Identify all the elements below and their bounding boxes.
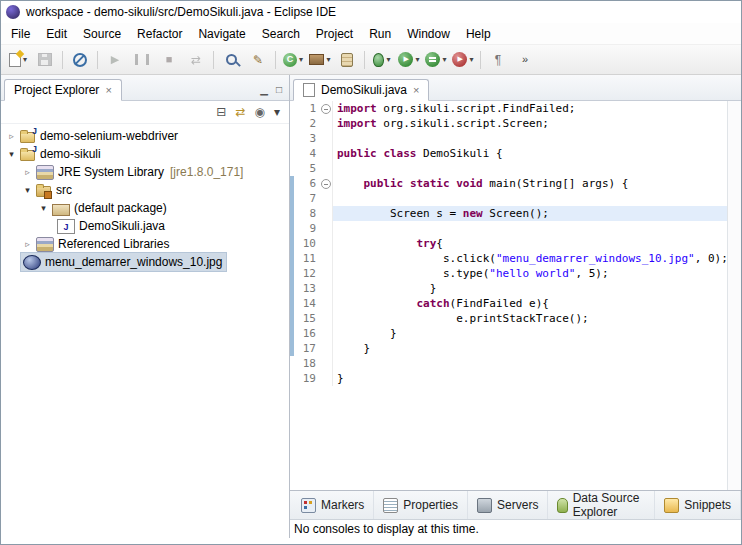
fold-gutter[interactable] [319, 371, 333, 386]
tree-item-src[interactable]: ▾src [1, 181, 289, 199]
close-icon[interactable]: × [413, 84, 419, 96]
editor-scrollbar[interactable] [727, 101, 741, 490]
profile-button[interactable]: ▾ [450, 49, 476, 71]
fold-gutter[interactable] [319, 296, 333, 311]
tree-item-demo-sikuli[interactable]: ▾demo-sikuli [1, 145, 289, 163]
menu-edit[interactable]: Edit [38, 25, 75, 43]
tab-demosikuli-java[interactable]: DemoSikuli.java × [293, 79, 429, 101]
line-number[interactable]: 3 [294, 131, 319, 146]
collapse-all-icon[interactable]: ⊟ [216, 105, 226, 119]
fold-gutter[interactable] [319, 281, 333, 296]
fold-gutter[interactable] [319, 191, 333, 206]
new-button[interactable]: ▾ [5, 49, 31, 71]
fold-gutter[interactable] [319, 356, 333, 371]
new-java-package-dropdown-icon[interactable]: ▾ [326, 55, 330, 64]
collapse-fold-icon[interactable] [321, 179, 331, 189]
fold-gutter[interactable] [319, 221, 333, 236]
skip-all-breakpoints-button[interactable] [67, 49, 93, 71]
menu-project[interactable]: Project [308, 25, 361, 43]
code-line-9[interactable]: 9 [290, 221, 727, 236]
code-line-16[interactable]: 16 } [290, 326, 727, 341]
fold-gutter[interactable] [319, 251, 333, 266]
fold-gutter[interactable] [319, 176, 333, 191]
line-number[interactable]: 18 [294, 356, 319, 371]
debug-dropdown-icon[interactable]: ▾ [386, 55, 390, 64]
debug-button[interactable]: ▾ [369, 49, 395, 71]
menu-help[interactable]: Help [458, 25, 499, 43]
save-button[interactable] [32, 49, 58, 71]
profile-dropdown-icon[interactable]: ▾ [469, 55, 473, 64]
menu-source[interactable]: Source [75, 25, 129, 43]
maximize-icon[interactable]: □ [276, 84, 282, 95]
run-button[interactable]: ▾ [396, 49, 422, 71]
code-line-3[interactable]: 3 [290, 131, 727, 146]
fold-gutter[interactable] [319, 266, 333, 281]
line-number[interactable]: 6 [294, 176, 319, 191]
suspend-button[interactable] [129, 49, 155, 71]
line-number[interactable]: 17 [294, 341, 319, 356]
fold-gutter[interactable] [319, 161, 333, 176]
tab-properties[interactable]: Properties [374, 491, 468, 519]
tree-item-demo-selenium-webdriver[interactable]: ▹demo-selenium-webdriver [1, 127, 289, 145]
tab-markers[interactable]: Markers [292, 491, 374, 519]
tree-item-menu-demarrer-windows-10-jpg[interactable]: menu_demarrer_windows_10.jpg [1, 253, 289, 271]
code-line-13[interactable]: 13 } [290, 281, 727, 296]
close-icon[interactable]: × [105, 84, 111, 96]
line-number[interactable]: 16 [294, 326, 319, 341]
menu-run[interactable]: Run [361, 25, 399, 43]
link-with-editor-icon[interactable]: ⇄ [235, 105, 245, 119]
line-number[interactable]: 4 [294, 146, 319, 161]
line-number[interactable]: 7 [294, 191, 319, 206]
tree-item-content[interactable]: menu_demarrer_windows_10.jpg [21, 253, 226, 271]
expand-twistie-icon[interactable]: ▹ [21, 239, 34, 249]
menu-navigate[interactable]: Navigate [190, 25, 253, 43]
tree-item-content[interactable]: (default package) [50, 200, 171, 217]
code-editor[interactable]: 1import org.sikuli.script.FindFailed;2im… [290, 101, 741, 490]
menu-window[interactable]: Window [399, 25, 458, 43]
terminate-button[interactable]: ■ [156, 49, 182, 71]
tree-item-content[interactable]: demo-sikuli [18, 146, 105, 163]
collapse-fold-icon[interactable] [321, 104, 331, 114]
code-line-8[interactable]: 8 Screen s = new Screen(); [290, 206, 727, 221]
run-dropdown-icon[interactable]: ▾ [415, 55, 419, 64]
line-number[interactable]: 5 [294, 161, 319, 176]
new-dropdown-icon[interactable]: ▾ [23, 55, 27, 64]
collapse-twistie-icon[interactable]: ▾ [37, 203, 50, 213]
open-type-button[interactable] [334, 49, 360, 71]
line-number[interactable]: 14 [294, 296, 319, 311]
code-line-18[interactable]: 18 [290, 356, 727, 371]
code-line-11[interactable]: 11 s.click("menu_demarrer_windows_10.jpg… [290, 251, 727, 266]
new-java-package-button[interactable]: ▾ [307, 49, 333, 71]
mark-occurrences-button[interactable]: ¶ [485, 49, 511, 71]
menu-refactor[interactable]: Refactor [129, 25, 190, 43]
line-number[interactable]: 9 [294, 221, 319, 236]
code-line-7[interactable]: 7 [290, 191, 727, 206]
fold-gutter[interactable] [319, 311, 333, 326]
tab-snippets[interactable]: Snippets [655, 491, 741, 519]
code-line-10[interactable]: 10 try{ [290, 236, 727, 251]
new-java-class-dropdown-icon[interactable]: ▾ [299, 55, 303, 64]
tree-item-content[interactable]: Referenced Libraries [34, 235, 173, 253]
line-number[interactable]: 13 [294, 281, 319, 296]
collapse-twistie-icon[interactable]: ▾ [5, 149, 18, 159]
code-line-14[interactable]: 14 catch(FindFailed e){ [290, 296, 727, 311]
tree-item-demosikuli-java[interactable]: DemoSikuli.java [1, 217, 289, 235]
tree-item-content[interactable]: JRE System Library[jre1.8.0_171] [34, 163, 247, 181]
menu-search[interactable]: Search [254, 25, 308, 43]
code-line-12[interactable]: 12 s.type("hello world", 5); [290, 266, 727, 281]
fold-gutter[interactable] [319, 116, 333, 131]
code-line-15[interactable]: 15 e.printStackTrace(); [290, 311, 727, 326]
tree-item-default-package[interactable]: ▾(default package) [1, 199, 289, 217]
resume-button[interactable]: ▶ [102, 49, 128, 71]
fold-gutter[interactable] [319, 101, 333, 116]
code-line-17[interactable]: 17 } [290, 341, 727, 356]
tab-servers[interactable]: Servers [468, 491, 548, 519]
fold-gutter[interactable] [319, 326, 333, 341]
coverage-dropdown-icon[interactable]: ▾ [442, 55, 446, 64]
tree-item-jre-system-library[interactable]: ▹JRE System Library[jre1.8.0_171] [1, 163, 289, 181]
code-line-19[interactable]: 19} [290, 371, 727, 386]
view-menu-icon[interactable]: ▾ [274, 105, 280, 119]
code-line-5[interactable]: 5 [290, 161, 727, 176]
fold-gutter[interactable] [319, 146, 333, 161]
tab-data-source-explorer[interactable]: Data Source Explorer [548, 491, 655, 519]
